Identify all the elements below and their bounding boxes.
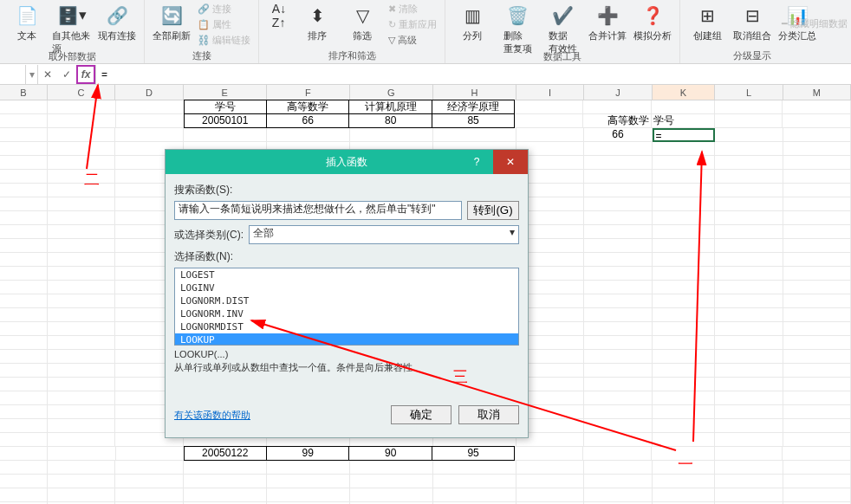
cell[interactable]	[715, 281, 783, 294]
cell[interactable]	[48, 142, 115, 156]
cell[interactable]	[584, 170, 652, 184]
cell[interactable]: 85	[432, 113, 515, 128]
cell[interactable]	[350, 475, 433, 488]
cell[interactable]	[48, 114, 116, 128]
cell[interactable]	[0, 336, 48, 350]
cell[interactable]	[516, 475, 584, 488]
cell[interactable]	[0, 239, 48, 253]
cell[interactable]	[783, 419, 851, 433]
cell[interactable]	[783, 281, 851, 294]
cell[interactable]	[715, 156, 783, 170]
cell[interactable]	[584, 308, 652, 322]
cell[interactable]	[715, 197, 783, 211]
name-box[interactable]	[0, 65, 26, 84]
cell[interactable]	[515, 447, 583, 461]
cell[interactable]	[584, 253, 652, 267]
cell[interactable]	[783, 350, 851, 364]
cell[interactable]	[116, 447, 185, 461]
cell[interactable]	[0, 197, 48, 211]
cell[interactable]	[0, 253, 48, 267]
column-header-K[interactable]: K	[653, 85, 716, 100]
cell[interactable]	[715, 114, 783, 128]
column-header-F[interactable]: F	[267, 85, 350, 100]
ungroup-button[interactable]: ⊟取消组合	[731, 0, 774, 44]
cell[interactable]	[48, 433, 115, 447]
cell[interactable]	[715, 488, 783, 502]
cell[interactable]	[584, 391, 652, 405]
cell[interactable]	[48, 405, 115, 419]
cell[interactable]	[0, 364, 48, 378]
cell[interactable]	[584, 239, 652, 253]
cell[interactable]	[783, 336, 851, 350]
cell[interactable]	[0, 281, 48, 294]
cell[interactable]	[48, 488, 115, 502]
cell[interactable]	[48, 475, 115, 488]
cell[interactable]: 99	[266, 446, 349, 461]
column-header-H[interactable]: H	[433, 85, 516, 100]
cell[interactable]: 66	[584, 128, 652, 142]
cell[interactable]	[715, 267, 783, 281]
cell[interactable]	[653, 267, 716, 281]
column-header-G[interactable]: G	[350, 85, 433, 100]
cell[interactable]	[433, 461, 516, 475]
cell[interactable]	[584, 267, 652, 281]
cell[interactable]	[0, 405, 48, 419]
cell[interactable]	[584, 184, 652, 197]
cell[interactable]	[48, 170, 115, 184]
cell[interactable]	[653, 211, 716, 225]
cell[interactable]	[0, 294, 48, 308]
cell[interactable]	[0, 391, 48, 405]
cell[interactable]	[653, 253, 716, 267]
column-header-I[interactable]: I	[516, 85, 584, 100]
cell[interactable]	[653, 336, 716, 350]
cell[interactable]	[715, 447, 783, 461]
cell[interactable]	[48, 128, 115, 142]
cell[interactable]	[653, 308, 716, 322]
cell[interactable]	[0, 128, 48, 142]
cell[interactable]	[184, 461, 267, 475]
cell[interactable]	[433, 475, 516, 488]
cell[interactable]	[715, 433, 783, 447]
cell[interactable]	[783, 488, 851, 502]
cell[interactable]	[0, 100, 48, 114]
cell[interactable]	[783, 225, 851, 239]
cell[interactable]	[0, 350, 48, 364]
cell[interactable]	[783, 461, 851, 475]
column-header-L[interactable]: L	[715, 85, 783, 100]
cell[interactable]	[783, 364, 851, 378]
cell[interactable]: 学号	[652, 114, 715, 128]
what-if-button[interactable]: ❓模拟分析	[631, 0, 674, 44]
cell[interactable]	[0, 114, 48, 128]
search-function-input[interactable]: 请输入一条简短说明来描述您想做什么，然后单击"转到"	[174, 201, 462, 220]
cell[interactable]	[783, 391, 851, 405]
cell[interactable]	[715, 391, 783, 405]
cell[interactable]	[715, 475, 783, 488]
cell[interactable]	[783, 253, 851, 267]
dialog-close-button[interactable]: ✕	[493, 150, 528, 174]
function-list-item[interactable]: LOGNORM.INV	[175, 307, 518, 320]
cell[interactable]	[48, 378, 115, 391]
cell[interactable]	[653, 350, 716, 364]
cell[interactable]	[115, 461, 183, 475]
ok-button[interactable]: 确定	[391, 405, 451, 424]
cancel-button[interactable]: 取消	[458, 405, 519, 424]
cell[interactable]: 高等数学	[266, 100, 349, 114]
cell[interactable]	[584, 322, 652, 336]
cell[interactable]	[48, 322, 115, 336]
cell[interactable]	[48, 364, 115, 378]
enter-formula-button[interactable]: ✓	[57, 65, 76, 84]
cell[interactable]	[715, 128, 783, 142]
cell[interactable]	[783, 170, 851, 184]
cell[interactable]	[0, 308, 48, 322]
cell[interactable]: 66	[266, 113, 349, 128]
formula-input[interactable]: =	[95, 65, 851, 84]
cell[interactable]	[0, 225, 48, 239]
cell[interactable]	[584, 475, 652, 488]
cell[interactable]	[715, 239, 783, 253]
cell[interactable]	[783, 211, 851, 225]
cell[interactable]	[48, 336, 115, 350]
cell[interactable]	[184, 475, 267, 488]
cell[interactable]	[584, 419, 652, 433]
function-help-link[interactable]: 有关该函数的帮助	[174, 409, 250, 422]
advanced-filter-button[interactable]: ▽高级	[386, 33, 439, 48]
